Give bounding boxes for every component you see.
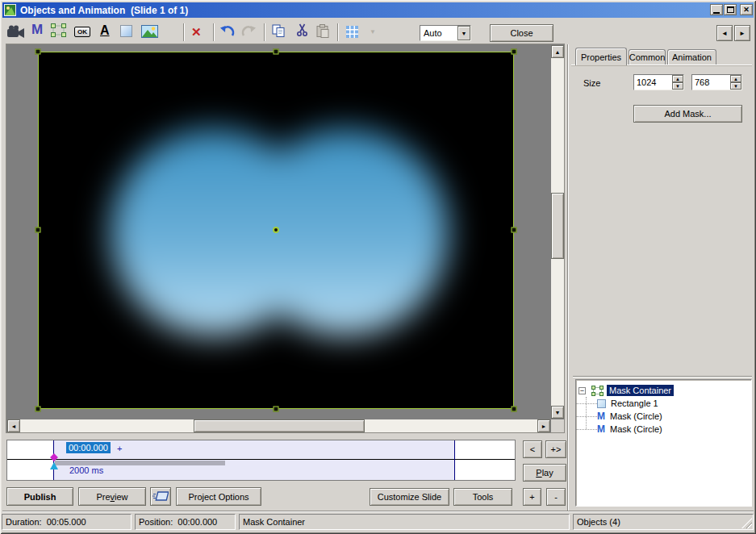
selection-handle-bc[interactable]: [274, 407, 279, 412]
statusbar-divider: [2, 511, 754, 512]
undo-button[interactable]: [219, 25, 235, 38]
add-frame-button[interactable]: [51, 23, 66, 37]
tree-item-label: Mask Container: [607, 385, 674, 396]
project-options-button[interactable]: Project Options: [176, 487, 261, 506]
arrow-right-icon: ►: [739, 30, 746, 37]
horizontal-scroll-thumb[interactable]: [194, 419, 365, 432]
cut-button[interactable]: [297, 23, 307, 37]
objects-count-value: Objects (4): [577, 517, 620, 527]
tab-properties[interactable]: Properties: [575, 48, 627, 65]
selection-handle-bl[interactable]: [36, 407, 41, 412]
selection-handle-br[interactable]: [512, 407, 517, 412]
panel-splitter[interactable]: [567, 44, 569, 511]
preview-button[interactable]: Preview: [78, 487, 146, 506]
collapse-icon[interactable]: −: [578, 387, 586, 394]
tab-common[interactable]: Common: [629, 49, 666, 65]
maximize-button[interactable]: [724, 4, 737, 15]
vertical-scrollbar[interactable]: ▲ ▼: [551, 45, 564, 419]
add-button-object-button[interactable]: OK: [74, 27, 90, 37]
preview-label-end: iew: [115, 492, 128, 502]
publish-button[interactable]: Publish: [6, 487, 73, 506]
selection-handle-mr[interactable]: [512, 227, 517, 233]
close-window-button[interactable]: ✕: [740, 4, 753, 15]
add-rectangle-button[interactable]: [120, 25, 132, 37]
keyframe-duration-label: 2000 ms: [69, 465, 103, 475]
spin-up-button[interactable]: ▲: [672, 75, 683, 82]
play-mnemonic: P: [536, 468, 541, 478]
next-slide-button[interactable]: ►: [734, 25, 750, 41]
copy-button[interactable]: [272, 24, 286, 38]
video-camera-icon: [6, 25, 25, 39]
play-label: lay: [542, 468, 553, 478]
quick-preview-button[interactable]: [150, 487, 171, 506]
prev-slide-button[interactable]: ◄: [716, 25, 733, 41]
scrollbar-corner: [551, 419, 564, 432]
timeline-add-button[interactable]: +>: [545, 440, 566, 458]
customize-slide-button[interactable]: Customize Slide: [370, 488, 449, 506]
status-selected-object-panel: Mask Container: [239, 514, 570, 530]
tree-row-mask-container[interactable]: − Mask Container: [578, 384, 674, 397]
scissors-icon: [297, 23, 307, 37]
add-keyframe-marker[interactable]: +: [117, 444, 122, 453]
selection-handle-ml[interactable]: [36, 227, 41, 233]
tree-row-mask-circle-1[interactable]: M Mask (Circle): [576, 410, 662, 423]
spin-up-button[interactable]: ▲: [730, 75, 741, 82]
tree-row-mask-circle-2[interactable]: M Mask (Circle): [576, 423, 662, 436]
vertical-scroll-thumb[interactable]: [551, 193, 564, 259]
tools-button[interactable]: Tools: [453, 488, 512, 506]
selection-handle-tl[interactable]: [36, 49, 41, 55]
slide-canvas[interactable]: [6, 44, 550, 419]
position-value: Position: 00:00.000: [139, 517, 217, 527]
combo-arrow-icon[interactable]: ▼: [457, 26, 470, 40]
mask-m-icon: M: [31, 23, 43, 36]
add-mask-button[interactable]: Add Mask...: [633, 105, 742, 123]
scroll-left-button[interactable]: ◄: [7, 419, 20, 432]
size-height-input[interactable]: [692, 75, 730, 90]
scroll-right-button[interactable]: ►: [537, 419, 550, 432]
playhead-triangle-icon[interactable]: [50, 462, 58, 469]
tree-connector: [576, 416, 597, 417]
add-text-button[interactable]: A: [100, 24, 110, 37]
add-video-button[interactable]: [6, 25, 25, 39]
spin-down-button[interactable]: ▼: [672, 82, 683, 90]
scroll-down-button[interactable]: ▼: [551, 406, 564, 419]
delete-button[interactable]: ✕: [191, 25, 202, 40]
objects-and-animation-window: Objects and Animation (Slide 1 of 1) ✕ M…: [0, 0, 756, 534]
chevron-down-icon: ▼: [370, 28, 376, 35]
image-icon: [141, 25, 158, 38]
timeline-zoom-in-button[interactable]: +: [523, 488, 541, 506]
title-bar[interactable]: Objects and Animation (Slide 1 of 1): [2, 2, 754, 18]
tree-splitter[interactable]: [573, 376, 752, 378]
paste-button[interactable]: [316, 24, 329, 38]
tree-row-rectangle1[interactable]: Rectangle 1: [576, 397, 658, 410]
zoom-out-label: -: [554, 492, 558, 502]
size-width-input[interactable]: [634, 75, 672, 90]
scroll-up-button[interactable]: ▲: [551, 45, 564, 58]
horizontal-scrollbar[interactable]: ◄ ►: [7, 419, 550, 432]
container-icon: [591, 386, 604, 396]
redo-button[interactable]: [241, 25, 257, 38]
minimize-button[interactable]: [710, 4, 723, 15]
timeline-zoom-out-button[interactable]: -: [546, 488, 566, 506]
spin-down-button[interactable]: ▼: [730, 82, 741, 90]
tab-animation[interactable]: Animation: [667, 49, 716, 65]
add-mask-button-toolbar[interactable]: M: [31, 23, 43, 36]
tab-properties-label: Properties: [581, 52, 621, 62]
selected-object-value: Mask Container: [243, 517, 305, 527]
timeline-prev-button[interactable]: <: [523, 440, 542, 458]
grid-dropdown-button[interactable]: ▼: [370, 28, 376, 35]
selection-frame-icon: [51, 23, 66, 37]
add-image-button[interactable]: [141, 25, 158, 38]
resize-grip[interactable]: [741, 518, 752, 528]
zoom-select[interactable]: Auto ▼: [420, 25, 471, 41]
play-button[interactable]: Play: [523, 464, 566, 482]
selection-handle-tr[interactable]: [512, 49, 517, 55]
selection-handle-tc[interactable]: [274, 49, 279, 55]
selection-center-point[interactable]: [273, 227, 279, 233]
tree-connector: [576, 429, 597, 430]
arrow-up-icon: ▲: [733, 77, 738, 81]
close-editor-button[interactable]: Close: [490, 24, 553, 42]
timeline[interactable]: 00:00.000 + 2000 ms: [6, 440, 516, 481]
keyframe-time-chip[interactable]: 00:00.000: [66, 442, 111, 453]
grid-button[interactable]: [346, 26, 358, 38]
